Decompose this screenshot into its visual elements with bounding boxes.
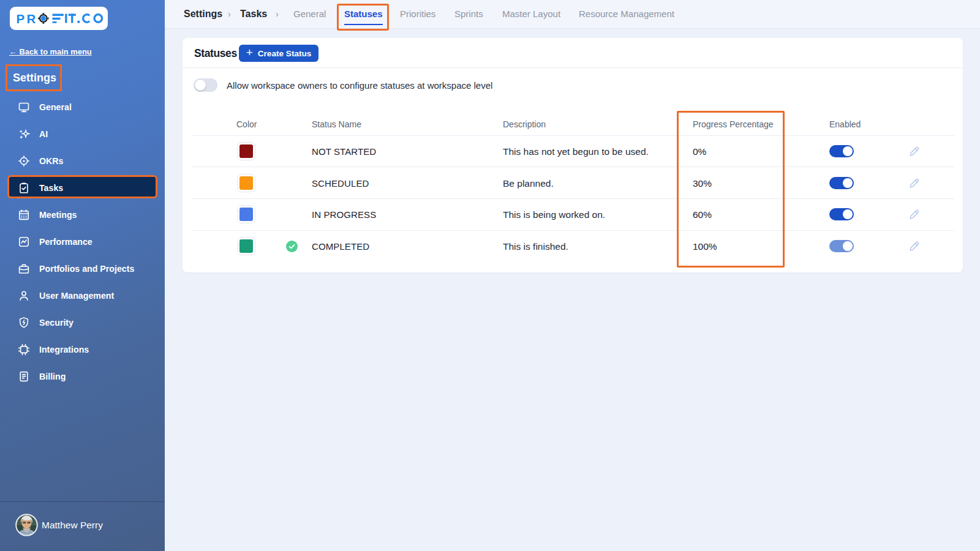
svg-text:R: R — [27, 12, 36, 26]
svg-text:P: P — [17, 12, 25, 26]
